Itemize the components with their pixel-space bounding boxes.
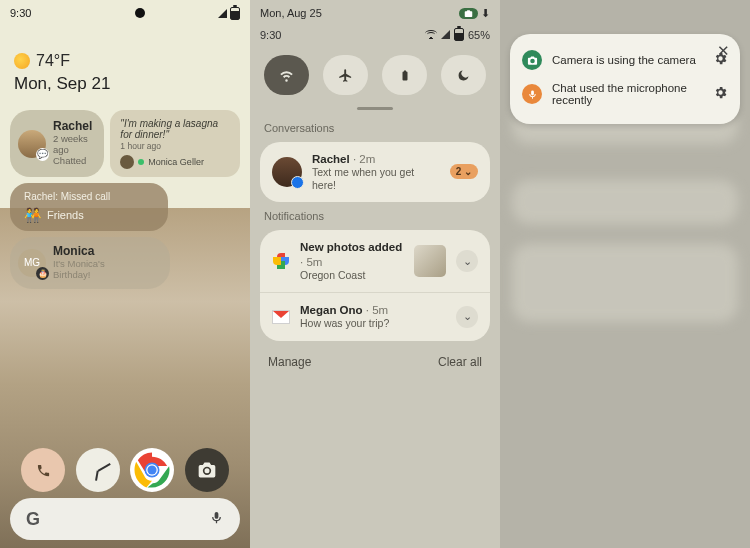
privacy-row-camera[interactable]: Camera is using the camera [522,44,728,76]
camera-pill-icon [464,9,473,18]
missed-call-title: Rachel: Missed call [24,191,110,202]
birthday-chip-monica[interactable]: MG 🎂 Monica It's Monica's Birthday! [10,237,170,289]
avatar-initials: MG 🎂 [18,249,46,277]
avatar-rachel: 💬 [18,130,46,158]
privacy-row-mic[interactable]: Chat used the microphone recently [522,76,728,112]
quote-text: "I'm making a lasagna for dinner!" [120,118,230,140]
status-bar: Mon, Aug 25 ⬇ [250,0,500,26]
privacy-mic-text: Chat used the microphone recently [552,82,703,106]
status-time: 9:30 [260,29,281,41]
privacy-camera-text: Camera is using the camera [552,54,703,66]
google-logo: G [26,509,40,530]
notification-title-line: Megan Ono · 5m [300,303,446,317]
privacy-popup-screen: ✕ Camera is using the camera Chat used t… [500,0,750,548]
notification-subtitle: Oregon Coast [300,269,404,282]
shade-footer: Manage Clear all [250,345,500,381]
home-screen: 9:30 74°F Mon, Sep 21 💬 Rachel 2 weeks a… [0,0,250,548]
battery-icon [454,28,464,41]
notification-group: New photos added · 5m Oregon Coast ⌄ Meg… [260,230,490,340]
phone-icon [36,463,51,478]
signal-icon [218,9,227,18]
notification-gmail[interactable]: Megan Ono · 5m How was your trip? ⌄ [260,292,490,341]
conversation-notification-rachel[interactable]: Rachel · 2m Text me when you get here! 2… [260,142,490,203]
chip-name: Monica [53,245,105,259]
signal-icon [441,30,450,39]
date-widget[interactable]: Mon, Sep 21 [14,74,250,94]
status-date: Mon, Aug 25 [260,7,322,19]
notification-photos[interactable]: New photos added · 5m Oregon Coast ⌄ [260,230,490,292]
chip-line2: Birthday! [53,270,105,281]
moon-icon [456,68,471,83]
chip-status: Chatted [53,156,92,167]
weather-sun-icon [14,53,30,69]
quote-author: Monica Geller [148,157,204,167]
notification-message: Text me when you get here! [312,166,440,192]
app-dock [0,448,250,492]
camera-indicator-icon [522,50,542,70]
search-bar[interactable]: G [10,498,240,540]
conversation-chip-rachel[interactable]: 💬 Rachel 2 weeks ago Chatted [10,110,104,177]
missed-call-group: Friends [47,209,84,221]
notification-title-line: New photos added · 5m [300,240,404,269]
chrome-icon [132,450,172,490]
shade-handle[interactable] [357,107,393,110]
mic-indicator-icon [522,84,542,104]
chip-name: Rachel [53,120,92,134]
dock-chrome-app[interactable] [130,448,174,492]
google-photos-icon [272,252,290,270]
punch-hole-camera [135,8,145,18]
battery-percent: 65% [468,29,490,41]
section-header-notifications: Notifications [250,206,500,226]
download-icon: ⬇ [481,7,490,20]
avatar-rachel [272,157,302,187]
notification-count-badge[interactable]: 2 ⌄ [450,164,478,179]
photo-thumbnail [414,245,446,277]
qs-dnd-toggle[interactable] [441,55,486,95]
battery-icon [230,7,240,20]
dock-phone-app[interactable] [21,448,65,492]
notification-shade: Mon, Aug 25 ⬇ 9:30 65% Convers [250,0,500,548]
quote-time: 1 hour ago [120,141,161,151]
gmail-icon [272,308,290,326]
section-header-conversations: Conversations [250,118,500,138]
notification-subtitle: How was your trip? [300,317,446,330]
settings-gear-icon[interactable] [713,85,728,103]
dock-camera-app[interactable] [185,448,229,492]
battery-saver-icon [399,68,411,83]
avatar-monica-small [120,155,134,169]
expand-chevron-icon[interactable]: ⌄ [456,306,478,328]
dock-clock-app[interactable] [76,448,120,492]
qs-battery-toggle[interactable] [382,55,427,95]
missed-call-chip[interactable]: Rachel: Missed call 🧑‍🤝‍🧑 Friends [10,183,168,231]
quote-bubble[interactable]: "I'm making a lasagna for dinner!" 1 hou… [110,110,240,177]
quick-settings [250,43,500,103]
messenger-badge-icon: 💬 [36,148,49,161]
notification-title-line: Rachel · 2m [312,152,440,166]
status-time: 9:30 [10,7,31,19]
wifi-icon [425,30,437,39]
svg-point-2 [148,465,157,474]
online-dot-icon [138,159,144,165]
weather-widget[interactable]: 74°F [14,52,250,70]
group-emoji-icon: 🧑‍🤝‍🧑 [24,207,41,223]
screen-record-indicator[interactable] [459,8,478,19]
airplane-icon [338,68,353,83]
qs-wifi-toggle[interactable] [264,55,309,95]
camera-icon [197,460,217,480]
status-bar: 9:30 [0,0,250,26]
status-bar-line2: 9:30 65% [250,26,500,43]
weather-temp: 74°F [36,52,70,70]
cake-badge-icon: 🎂 [36,267,49,280]
clear-all-button[interactable]: Clear all [438,355,482,369]
chip-subtitle: 2 weeks ago [53,134,92,156]
manage-button[interactable]: Manage [268,355,311,369]
privacy-popup: ✕ Camera is using the camera Chat used t… [510,34,740,124]
wifi-icon [279,68,294,83]
mic-icon[interactable] [209,510,224,529]
close-button[interactable]: ✕ [717,42,730,60]
expand-chevron-icon[interactable]: ⌄ [456,250,478,272]
qs-airplane-toggle[interactable] [323,55,368,95]
